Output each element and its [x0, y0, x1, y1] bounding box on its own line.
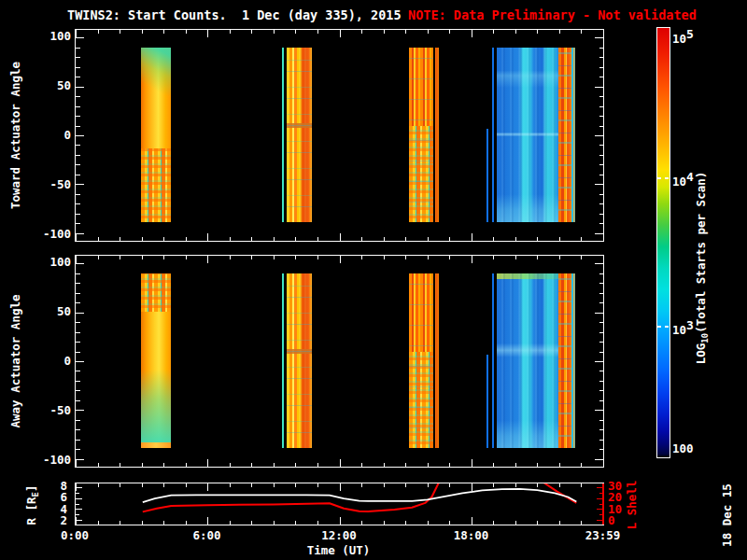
axis-tick — [76, 106, 80, 107]
axis-tick — [163, 463, 164, 467]
band-layer — [497, 48, 558, 221]
axis-tick — [595, 37, 603, 38]
axis-tick — [537, 463, 538, 467]
axis-tick — [76, 293, 80, 294]
axis-tick — [76, 126, 80, 127]
band-layer — [435, 273, 439, 447]
axis-tick — [76, 194, 80, 195]
axis-tick — [120, 30, 120, 34]
band-layer — [435, 48, 439, 221]
y-tick-label: 0 — [28, 128, 71, 143]
axis-tick — [76, 67, 80, 68]
axis-tick — [76, 184, 84, 185]
axis-tick — [559, 237, 560, 241]
colorbar — [656, 27, 670, 458]
axis-tick — [405, 463, 406, 467]
axis-tick — [449, 256, 450, 259]
axis-tick — [361, 30, 362, 34]
spectrogram-panel-away — [75, 255, 604, 468]
axis-tick — [603, 256, 604, 263]
band-layer — [287, 273, 311, 447]
axis-tick — [76, 352, 80, 353]
axis-tick — [295, 30, 296, 34]
axis-tick — [295, 256, 296, 259]
axis-tick — [603, 459, 604, 467]
y-tick-label: -100 — [28, 227, 71, 242]
y-tick-label: -50 — [28, 403, 71, 418]
axis-tick — [76, 449, 80, 450]
l-shell-curve — [143, 483, 439, 511]
axis-tick — [76, 116, 80, 117]
axis-tick — [599, 164, 604, 165]
axis-tick — [515, 237, 516, 241]
axis-tick — [207, 233, 208, 241]
y-tick-label: 100 — [28, 29, 71, 44]
band-layer — [409, 273, 433, 447]
colorbar-tick-label: 104 — [672, 170, 710, 189]
x-axis-title: Time (UT) — [261, 543, 416, 558]
axis-tick — [599, 283, 604, 284]
axis-tick — [599, 449, 604, 450]
y-tick-label: -50 — [28, 177, 71, 192]
axis-tick — [76, 48, 80, 49]
axis-tick — [142, 30, 143, 34]
y-tick-label: 0 — [28, 354, 71, 369]
axis-tick — [76, 223, 80, 224]
axis-tick — [98, 237, 99, 241]
axis-tick — [340, 233, 341, 241]
axis-tick — [186, 463, 187, 467]
axis-tick — [76, 459, 84, 460]
axis-tick — [595, 313, 603, 314]
axis-tick — [186, 237, 187, 241]
axis-tick — [361, 256, 362, 259]
axis-tick — [515, 30, 516, 34]
axis-tick — [76, 440, 80, 441]
axis-tick — [76, 322, 80, 323]
spectrogram-band — [141, 273, 171, 447]
axis-tick — [76, 233, 84, 234]
axis-tick — [599, 342, 604, 343]
axis-tick — [361, 463, 362, 467]
spectrogram-band — [492, 273, 494, 447]
axis-tick — [142, 237, 143, 241]
spectrogram-band — [486, 355, 488, 447]
band-layer — [141, 148, 171, 221]
axis-tick — [603, 233, 604, 241]
axis-tick — [428, 463, 429, 467]
axis-tick — [559, 463, 560, 467]
axis-tick — [493, 256, 494, 259]
band-layer — [486, 355, 488, 447]
band-layer — [409, 48, 433, 221]
axis-tick — [595, 361, 603, 362]
axis-tick — [493, 463, 494, 467]
axis-tick — [537, 237, 538, 241]
axis-tick — [449, 30, 450, 34]
axis-tick — [384, 30, 385, 34]
band-layer — [282, 48, 284, 221]
axis-tick — [76, 263, 84, 264]
x-tick-label: 23:59 — [575, 528, 631, 543]
axis-tick — [163, 256, 164, 259]
band-layer — [492, 273, 494, 447]
orbit-curves — [76, 483, 603, 525]
axis-tick — [581, 463, 582, 467]
axis-tick — [76, 135, 84, 136]
axis-tick — [98, 30, 99, 34]
band-layer — [287, 48, 311, 221]
spectrogram-band — [282, 273, 284, 447]
axis-tick — [317, 463, 318, 467]
axis-tick — [472, 30, 472, 37]
spectrogram-band — [558, 273, 571, 447]
band-layer — [571, 48, 575, 221]
spectrogram-band — [287, 273, 311, 447]
spectrogram-band — [486, 129, 488, 221]
axis-tick — [251, 30, 252, 34]
axis-tick — [76, 87, 84, 88]
axis-tick — [163, 30, 164, 34]
band-layer — [141, 370, 171, 442]
axis-tick — [76, 30, 77, 37]
axis-tick — [384, 256, 385, 259]
axis-tick — [230, 30, 231, 34]
band-layer — [141, 273, 171, 312]
band-layer — [282, 273, 284, 447]
